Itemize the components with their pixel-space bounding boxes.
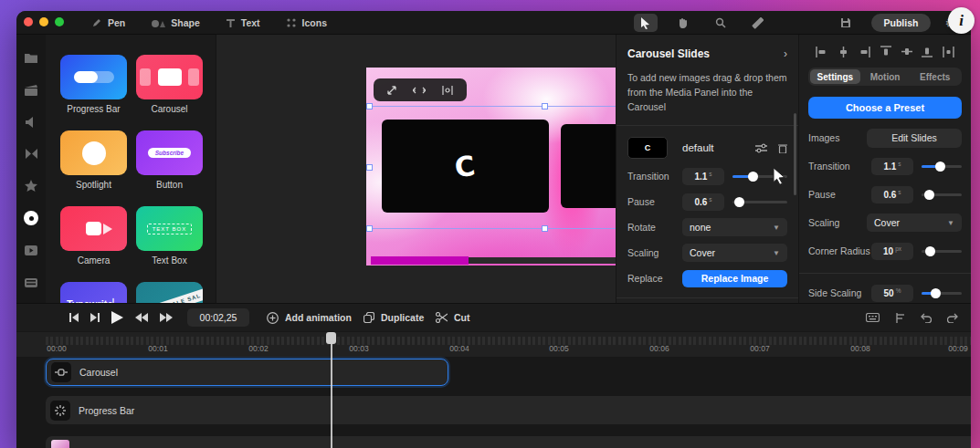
scaling-dropdown[interactable]: Cover▼ xyxy=(682,244,787,262)
track-carousel[interactable]: Carousel xyxy=(46,359,448,386)
choose-preset-button[interactable]: Choose a Preset xyxy=(808,97,962,119)
tile-sale-banner[interactable]: SALE SALE SAL xyxy=(136,282,203,303)
align-bottom-icon[interactable] xyxy=(922,46,933,57)
playhead-handle[interactable] xyxy=(326,332,336,344)
sidebar-item-favorites[interactable] xyxy=(25,179,38,193)
minimize-window-button[interactable] xyxy=(39,17,48,26)
align-center-vertical-icon[interactable] xyxy=(901,46,912,57)
resize-diagonal-icon[interactable] xyxy=(387,86,396,95)
selection-handle-top-center[interactable] xyxy=(542,103,548,109)
progress-bar-element-track xyxy=(469,257,616,264)
slide-name: default xyxy=(682,142,755,153)
frame-marker-icon[interactable] xyxy=(895,313,905,323)
redo-icon[interactable] xyxy=(947,313,958,323)
undo-icon[interactable] xyxy=(921,313,932,323)
select-tool-button[interactable] xyxy=(634,14,658,32)
sidebar-item-video[interactable] xyxy=(25,244,38,257)
sidebar-item-audio[interactable] xyxy=(25,115,38,129)
slide-thumbnail[interactable]: C xyxy=(627,137,668,159)
track-progress-bar[interactable]: Progress Bar xyxy=(46,396,971,424)
inspector-pause-slider[interactable] xyxy=(922,193,962,196)
ruler-label: 00:04 xyxy=(449,344,469,353)
side-scaling-value[interactable]: 50% xyxy=(871,285,913,302)
rotate-dropdown[interactable]: none▼ xyxy=(682,218,787,236)
info-overlay-button[interactable]: i xyxy=(948,7,975,34)
tab-motion[interactable]: Motion xyxy=(860,69,911,84)
titlebar: Pen Shape Text Icons xyxy=(16,11,971,35)
carousel-slide-1[interactable]: C xyxy=(382,120,549,213)
tab-effects[interactable]: Effects xyxy=(910,69,960,84)
selection-handle-middle-left[interactable] xyxy=(366,164,373,171)
play-button[interactable] xyxy=(111,311,123,324)
corner-radius-slider[interactable] xyxy=(922,250,962,253)
shape-tool-button[interactable]: Shape xyxy=(151,17,200,28)
align-left-icon[interactable] xyxy=(816,47,827,57)
sidebar-item-captions[interactable] xyxy=(25,276,38,289)
skip-to-end-button[interactable] xyxy=(90,313,100,322)
inspector-transition-slider[interactable] xyxy=(922,165,962,168)
carousel-panel-header[interactable]: Carousel Slides › xyxy=(627,47,787,60)
selection-handle-bottom-center[interactable] xyxy=(542,225,548,232)
tile-button[interactable]: Subscribe Button xyxy=(136,130,203,190)
track-video-partial[interactable] xyxy=(46,436,971,448)
slide-list-item[interactable]: C default xyxy=(627,137,787,159)
inspector-scaling-dropdown[interactable]: Cover▼ xyxy=(867,214,962,232)
fast-forward-button[interactable] xyxy=(160,313,173,322)
tile-camera[interactable]: Camera xyxy=(60,206,127,266)
panel-scrollbar[interactable] xyxy=(794,113,796,195)
move-horizontal-icon[interactable] xyxy=(413,87,426,94)
tab-settings[interactable]: Settings xyxy=(810,69,860,84)
align-center-horizontal-icon[interactable] xyxy=(838,47,849,57)
skip-to-start-button[interactable] xyxy=(69,313,79,322)
tile-camera-preview xyxy=(60,206,127,251)
rewind-button[interactable] xyxy=(135,313,148,322)
playhead-line xyxy=(331,343,332,448)
timeline-ruler[interactable]: 00:00 00:01 00:02 00:03 00:04 00:05 00:0… xyxy=(16,331,971,357)
tile-carousel[interactable]: Carousel xyxy=(136,55,203,114)
keyboard-shortcuts-icon[interactable] xyxy=(866,313,880,322)
tile-text-box[interactable]: TEXT BOX Text Box xyxy=(136,206,203,266)
publish-button[interactable]: Publish xyxy=(871,14,932,32)
align-right-icon[interactable] xyxy=(859,47,870,57)
edit-slides-button[interactable]: Edit Slides xyxy=(867,129,962,148)
sidebar-item-recordings[interactable] xyxy=(25,83,38,97)
pan-tool-button[interactable] xyxy=(671,14,695,32)
chevron-right-icon[interactable]: › xyxy=(784,47,787,60)
transition-value-field[interactable]: 1.1s xyxy=(682,168,724,185)
inspector-transition-value[interactable]: 1.1s xyxy=(871,158,913,175)
sidebar-item-elements-active[interactable] xyxy=(24,211,38,225)
save-button[interactable] xyxy=(834,14,858,32)
pause-value-field[interactable]: 0.6s xyxy=(682,193,724,211)
trash-icon[interactable] xyxy=(778,143,787,153)
replace-image-button[interactable]: Replace Image xyxy=(682,270,787,287)
distribute-horizontal-icon[interactable] xyxy=(943,47,954,57)
add-animation-button[interactable]: Add animation xyxy=(267,304,352,331)
side-scaling-slider[interactable] xyxy=(922,292,962,295)
transition-icon xyxy=(26,149,37,159)
sidebar-item-media-folder[interactable] xyxy=(25,51,38,65)
align-top-icon[interactable] xyxy=(880,46,891,57)
zoom-window-button[interactable] xyxy=(55,17,64,26)
corner-radius-value[interactable]: 10px xyxy=(871,243,913,260)
zoom-tool-button[interactable] xyxy=(709,14,732,32)
inspector-pause-value[interactable]: 0.6s xyxy=(871,186,913,203)
sidebar-item-transitions[interactable] xyxy=(25,147,38,161)
tile-spotlight[interactable]: Spotlight xyxy=(60,130,127,190)
selection-handle-top-left[interactable] xyxy=(366,103,373,109)
center-align-icon[interactable] xyxy=(442,86,453,95)
icons-tool-button[interactable]: Icons xyxy=(286,17,327,28)
tile-progress-bar[interactable]: Progress Bar xyxy=(60,55,127,114)
pause-slider[interactable] xyxy=(732,201,787,203)
duplicate-button[interactable]: Duplicate xyxy=(364,304,424,331)
tile-carousel-preview xyxy=(136,55,203,99)
text-tool-button[interactable]: Text xyxy=(226,17,260,28)
close-window-button[interactable] xyxy=(24,17,33,26)
video-preview[interactable]: C xyxy=(366,68,616,266)
ruler-tool-button[interactable] xyxy=(746,14,770,32)
pen-tool-button[interactable]: Pen xyxy=(91,17,125,28)
selection-handle-bottom-left[interactable] xyxy=(366,225,373,232)
sliders-icon[interactable] xyxy=(755,143,767,153)
hand-icon xyxy=(678,17,688,28)
tile-typewrite[interactable]: Typewrite Typewrite xyxy=(60,282,127,303)
cut-button[interactable]: Cut xyxy=(436,304,470,331)
